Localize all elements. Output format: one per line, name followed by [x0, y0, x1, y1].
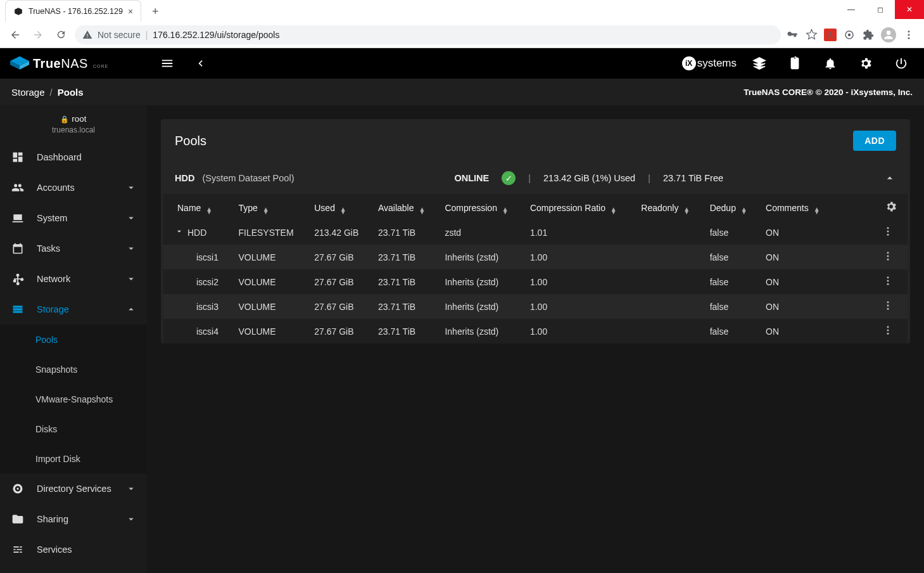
table-cell: ON	[759, 245, 834, 269]
svg-point-20	[887, 326, 889, 328]
circle-extension-icon[interactable]	[843, 29, 856, 41]
table-cell	[635, 269, 703, 294]
window-minimize-button[interactable]: —	[837, 0, 866, 19]
kebab-menu-icon[interactable]	[902, 29, 915, 41]
sort-icon[interactable]: ▲▼	[206, 207, 212, 214]
app-root: TrueNAS CORE iX systems Storage / Pools …	[0, 48, 924, 573]
row-actions-button[interactable]	[872, 245, 908, 269]
address-bar[interactable]: Not secure | 176.16.252.129/ui/storage/p…	[75, 25, 781, 44]
settings-gear-icon[interactable]	[853, 51, 878, 76]
hamburger-menu-button[interactable]	[156, 52, 179, 75]
column-header-comments[interactable]: Comments ▲▼	[759, 194, 834, 220]
sidebar: 🔒root truenas.local Dashboard Accounts S…	[0, 105, 147, 573]
column-header-dedup[interactable]: Dedup ▲▼	[704, 194, 759, 220]
sidebar-item-label: Services	[37, 544, 137, 555]
sidebar-item-tasks[interactable]: Tasks	[0, 233, 147, 264]
table-cell: VOLUME	[232, 269, 308, 294]
column-header-type[interactable]: Type ▲▼	[232, 194, 308, 220]
column-header-compression-ratio[interactable]: Compression Ratio ▲▼	[524, 194, 635, 220]
table-settings-gear-icon[interactable]	[885, 200, 897, 213]
table-row[interactable]: iscsi2VOLUME27.67 GiB23.71 TiBInherits (…	[163, 269, 908, 294]
power-icon[interactable]	[889, 51, 914, 76]
svg-point-3	[908, 34, 910, 35]
sidebar-item-system[interactable]: System	[0, 203, 147, 233]
row-actions-button[interactable]	[872, 294, 908, 319]
star-icon[interactable]	[805, 29, 818, 41]
browser-titlebar: TrueNAS - 176.16.252.129 × + — ◻ ✕	[0, 0, 924, 22]
url-text: 176.16.252.129/ui/storage/pools	[153, 30, 279, 40]
row-actions-button[interactable]	[872, 220, 908, 245]
table-cell: 1.00	[524, 269, 635, 294]
table-cell: 27.67 GiB	[308, 319, 372, 344]
sidebar-item-sharing[interactable]: Sharing	[0, 504, 147, 534]
sidebar-subitem-import-disk[interactable]: Import Disk	[0, 444, 147, 473]
nav-reload-button[interactable]	[52, 26, 70, 44]
column-header-available[interactable]: Available ▲▼	[372, 194, 439, 220]
add-pool-button[interactable]: ADD	[853, 131, 896, 151]
sort-icon[interactable]: ▲▼	[683, 207, 690, 214]
ixsystems-logo[interactable]: iX systems	[682, 56, 737, 70]
table-cell: Inherits (zstd)	[438, 319, 523, 344]
sort-icon[interactable]: ▲▼	[419, 207, 425, 214]
sidebar-item-dashboard[interactable]: Dashboard	[0, 142, 147, 172]
network-icon	[10, 273, 25, 285]
sort-icon[interactable]: ▲▼	[340, 207, 346, 214]
profile-avatar-icon[interactable]	[881, 27, 896, 42]
sidebar-item-accounts[interactable]: Accounts	[0, 172, 147, 203]
svg-point-9	[887, 231, 889, 233]
brand-logo[interactable]: TrueNAS CORE	[10, 56, 146, 71]
svg-point-12	[887, 255, 889, 257]
svg-point-14	[887, 276, 889, 278]
pool-used-text: 213.42 GiB (1%) Used	[543, 173, 635, 183]
sort-icon[interactable]: ▲▼	[263, 207, 269, 214]
key-icon[interactable]	[786, 29, 799, 41]
sidebar-subitem-disks[interactable]: Disks	[0, 414, 147, 444]
table-row[interactable]: HDDFILESYSTEM213.42 GiB23.71 TiBzstd1.01…	[163, 220, 908, 245]
sidebar-subitem-pools[interactable]: Pools	[0, 325, 147, 354]
sort-icon[interactable]: ▲▼	[814, 207, 820, 214]
truecommand-icon[interactable]	[747, 51, 772, 76]
tab-close-icon[interactable]: ×	[128, 6, 133, 16]
sort-icon[interactable]: ▲▼	[611, 207, 617, 214]
column-header-compression[interactable]: Compression ▲▼	[438, 194, 523, 220]
new-tab-button[interactable]: +	[146, 3, 164, 20]
sidebar-subitem-vmware-snapshots[interactable]: VMware-Snapshots	[0, 384, 147, 414]
table-cell: HDD	[163, 220, 232, 245]
notifications-bell-icon[interactable]	[818, 51, 843, 76]
sidebar-item-services[interactable]: Services	[0, 534, 147, 565]
column-header-readonly[interactable]: Readonly ▲▼	[635, 194, 703, 220]
pools-card: Pools ADD HDD (System Dataset Pool) ONLI…	[161, 119, 910, 344]
sidebar-item-directory-services[interactable]: Directory Services	[0, 473, 147, 504]
pdf-extension-icon[interactable]: 人	[824, 29, 837, 41]
column-header-used[interactable]: Used ▲▼	[308, 194, 372, 220]
nav-forward-button[interactable]	[29, 26, 47, 44]
window-close-button[interactable]: ✕	[895, 0, 924, 19]
nav-collapse-button[interactable]	[189, 52, 212, 75]
chevron-down-icon[interactable]	[175, 228, 184, 238]
insecure-icon	[82, 30, 92, 40]
window-controls: — ◻ ✕	[837, 0, 924, 19]
sidebar-item-label: Network	[37, 274, 125, 284]
pool-collapse-button[interactable]	[883, 172, 896, 184]
clipboard-icon[interactable]	[782, 51, 807, 76]
row-actions-button[interactable]	[872, 269, 908, 294]
table-row[interactable]: iscsi1VOLUME27.67 GiB23.71 TiBInherits (…	[163, 245, 908, 269]
card-title: Pools	[175, 134, 206, 148]
window-maximize-button[interactable]: ◻	[866, 0, 895, 19]
browser-tab[interactable]: TrueNAS - 176.16.252.129 ×	[5, 0, 141, 22]
extensions-puzzle-icon[interactable]	[862, 29, 875, 41]
sidebar-subitem-snapshots[interactable]: Snapshots	[0, 354, 147, 384]
sort-icon[interactable]: ▲▼	[741, 207, 747, 214]
table-cell	[834, 319, 872, 344]
sidebar-item-storage[interactable]: Storage	[0, 294, 147, 325]
breadcrumb-section[interactable]: Storage	[11, 87, 45, 98]
sort-icon[interactable]: ▲▼	[502, 207, 509, 214]
table-row[interactable]: iscsi3VOLUME27.67 GiB23.71 TiBInherits (…	[163, 294, 908, 319]
nav-back-button[interactable]	[6, 26, 24, 44]
row-actions-button[interactable]	[872, 319, 908, 344]
table-row[interactable]: iscsi4VOLUME27.67 GiB23.71 TiBInherits (…	[163, 319, 908, 344]
column-header-name[interactable]: Name ▲▼	[163, 194, 232, 220]
sidebar-item-network[interactable]: Network	[0, 264, 147, 294]
table-cell: Inherits (zstd)	[438, 294, 523, 319]
table-cell: false	[704, 220, 759, 245]
